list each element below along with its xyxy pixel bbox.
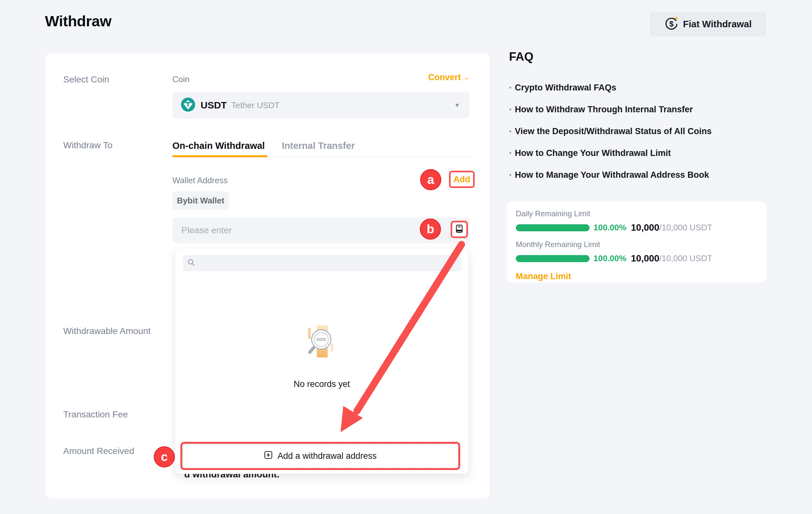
search-icon	[187, 259, 195, 268]
add-withdrawal-address-button[interactable]: Add a withdrawal address	[182, 444, 458, 468]
annotation-badge-a: a	[420, 169, 441, 190]
annotation-badge-c: c	[154, 446, 175, 467]
add-address-highlight-box: Add	[449, 171, 475, 188]
monthly-limit-progressbar	[516, 255, 589, 262]
daily-limit-percent: 100.00%	[593, 223, 627, 233]
chevron-down-icon: ▼	[454, 102, 460, 109]
fiat-coin-icon: $ +	[664, 17, 678, 32]
withdrawable-amount-label: Withdrawable Amount	[63, 326, 150, 336]
coin-symbol: USDT	[201, 100, 227, 111]
monthly-limit-label: Monthly Remaining Limit	[516, 240, 758, 249]
faq-item-deposit-withdrawal-status[interactable]: View the Deposit/Withdrawal Status of Al…	[515, 126, 712, 137]
page-title: Withdraw	[45, 12, 111, 30]
monthly-limit-row: 100.00% 10,000 /10,000 USDT	[516, 253, 758, 264]
faq-item-change-withdrawal-limit[interactable]: How to Change Your Withdrawal Limit	[515, 148, 712, 158]
svg-text:$: $	[669, 20, 674, 28]
usdt-coin-icon	[181, 97, 196, 113]
tab-internal-transfer[interactable]: Internal Transfer	[282, 141, 355, 151]
address-book-icon-button[interactable]	[451, 221, 468, 238]
faq-item-crypto-withdrawal-faqs[interactable]: Crypto Withdrawal FAQs	[515, 83, 712, 93]
plus-square-icon	[264, 451, 273, 462]
daily-limit-label: Daily Remaining Limit	[516, 209, 758, 218]
annotation-badge-b: b	[420, 218, 441, 240]
withdrawal-limit-card: Daily Remaining Limit 100.00% 10,000 /10…	[507, 202, 766, 282]
manage-limit-link[interactable]: Manage Limit	[516, 271, 571, 281]
faq-list: Crypto Withdrawal FAQs How to Withdraw T…	[515, 83, 712, 192]
add-withdrawal-address-highlight-box: Add a withdrawal address	[180, 442, 460, 470]
empty-state-text: No records yet	[175, 379, 468, 389]
address-book-icon	[455, 224, 464, 235]
coin-selector[interactable]: USDT Tether USDT ▼	[172, 92, 469, 119]
fiat-withdrawal-button[interactable]: $ + Fiat Withdrawal	[649, 11, 766, 37]
address-book-dropdown: No records yet Add a withdrawal address	[175, 248, 469, 474]
wallet-address-label: Wallet Address	[172, 176, 228, 185]
address-search-field	[183, 255, 461, 271]
withdraw-to-label: Withdraw To	[63, 140, 113, 150]
add-address-link[interactable]: Add	[454, 175, 470, 184]
convert-link[interactable]: Convert→	[172, 72, 469, 83]
faq-item-manage-address-book[interactable]: How to Manage Your Withdrawal Address Bo…	[515, 170, 712, 180]
monthly-limit-value: 10,000	[631, 253, 660, 264]
active-tab-underline	[172, 155, 267, 157]
faq-item-internal-transfer[interactable]: How to Withdraw Through Internal Transfe…	[515, 104, 712, 115]
svg-text:+: +	[674, 17, 678, 23]
tab-onchain-withdrawal[interactable]: On-chain Withdrawal	[172, 141, 265, 151]
monthly-limit-percent: 100.00%	[593, 253, 627, 264]
convert-arrow-icon: →	[461, 72, 469, 82]
amount-received-label: Amount Received	[63, 446, 134, 456]
faq-title: FAQ	[509, 50, 533, 63]
search-input[interactable]	[195, 255, 461, 271]
daily-limit-value: 10,000	[631, 222, 660, 233]
daily-limit-progressbar	[516, 224, 589, 231]
add-withdrawal-address-label: Add a withdrawal address	[277, 451, 376, 461]
daily-limit-row: 100.00% 10,000 /10,000 USDT	[516, 222, 758, 233]
transaction-fee-label: Transaction Fee	[63, 410, 128, 420]
select-coin-label: Select Coin	[63, 74, 109, 85]
empty-state-illustration	[303, 325, 341, 364]
bybit-wallet-chip[interactable]: Bybit Wallet	[172, 191, 229, 210]
daily-limit-total: /10,000 USDT	[659, 223, 712, 233]
fiat-withdrawal-label: Fiat Withdrawal	[683, 19, 752, 30]
withdraw-page: Withdraw $ + Fiat Withdrawal Select Coin…	[0, 0, 812, 514]
coin-fullname: Tether USDT	[231, 100, 280, 110]
monthly-limit-total: /10,000 USDT	[659, 253, 712, 264]
